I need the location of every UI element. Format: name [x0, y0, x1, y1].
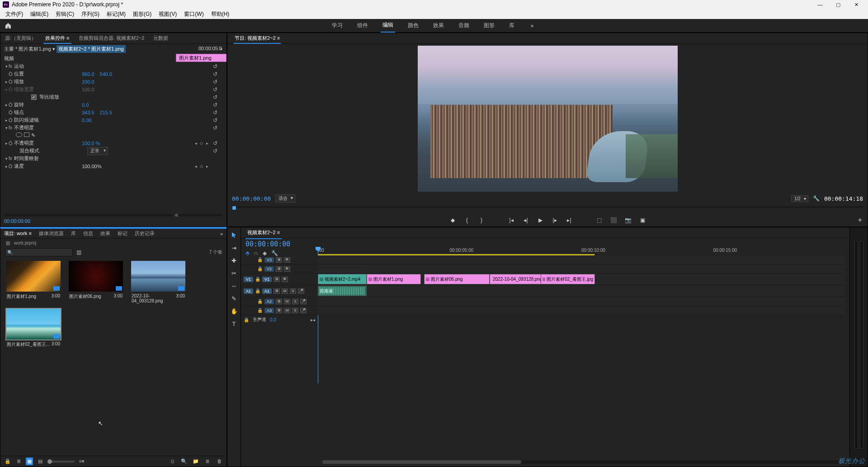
ec-position-y[interactable]: 540.0 [100, 71, 113, 77]
expand-master-icon[interactable]: ▸◂ [311, 317, 315, 322]
program-resolution-select[interactable]: 1/2 [791, 195, 808, 202]
ec-mask-shapes[interactable]: ✎ [16, 132, 35, 138]
track-lock-icon[interactable]: 🔒 [255, 288, 260, 293]
menu-sequence[interactable]: 序列(S) [78, 9, 103, 19]
sync-lock-icon[interactable]: ⊞ [274, 288, 280, 294]
mark-out-icon[interactable]: } [477, 217, 486, 223]
reset-icon[interactable]: ↺ [213, 117, 217, 123]
workspace-tab-editing[interactable]: 编辑 [381, 19, 395, 33]
source-tab-effect-controls[interactable]: 效果控件 ≡ [41, 33, 74, 43]
mute-icon[interactable]: M [284, 308, 290, 313]
workspace-tab-graphics[interactable]: 图形 [482, 19, 496, 32]
extract-icon[interactable]: ⬛ [609, 217, 618, 223]
solo-icon[interactable]: S [292, 308, 298, 313]
mute-icon[interactable]: M [282, 288, 288, 294]
track-output-icon[interactable]: 👁 [284, 257, 290, 263]
ec-footer-timecode[interactable]: 00:00:00:00 [4, 218, 30, 224]
source-a1-toggle[interactable]: A1 [244, 288, 253, 294]
ec-horizontal-scrollbar[interactable] [4, 214, 173, 217]
ec-anchor-x[interactable]: 343.5 [82, 110, 94, 115]
source-tab-noclip[interactable]: 源:（无剪辑） [0, 33, 41, 43]
project-search-input[interactable]: 🔍 [5, 248, 73, 256]
sync-lock-icon[interactable]: ⊞ [276, 308, 282, 313]
pen-mask-icon[interactable]: ✎ [31, 132, 35, 138]
media-browser-tab[interactable]: 媒体浏览器 [35, 228, 67, 239]
track-label-a3[interactable]: A3 [264, 308, 274, 313]
ec-motion-section[interactable]: 运动 [14, 63, 24, 70]
playhead-icon[interactable] [232, 206, 236, 212]
voice-over-icon[interactable]: 🎤 [298, 288, 304, 294]
chevron-right-icon[interactable]: ▸ [4, 103, 9, 107]
info-tab[interactable]: 信息 [80, 228, 97, 239]
timeline-ruler[interactable]: :00 00:00:05:00 00:00:10:00 00:00:15:00 [318, 248, 845, 256]
track-label-v1[interactable]: V1 [262, 277, 272, 282]
sync-lock-icon[interactable]: ⊞ [274, 277, 280, 282]
master-lock-icon[interactable]: 🔒 [244, 317, 249, 322]
pen-tool-icon[interactable]: ✎ [230, 294, 238, 302]
button-editor-icon[interactable]: + [858, 216, 862, 224]
home-icon[interactable] [4, 21, 13, 30]
lock-icon[interactable]: 🔒 [4, 458, 11, 464]
delete-icon[interactable]: 🗑 [216, 458, 223, 464]
menu-clip[interactable]: 剪辑(C) [52, 9, 78, 19]
program-scrub-bar[interactable] [232, 206, 863, 212]
project-thumbnail[interactable] [6, 309, 61, 340]
keyframe-nav[interactable]: ◂ ◇ ▸ [195, 164, 209, 169]
stopwatch-icon[interactable]: Ò [9, 164, 14, 169]
sync-lock-icon[interactable]: ⊞ [276, 266, 282, 272]
effects-tab[interactable]: 效果 [97, 228, 114, 239]
chevron-right-icon[interactable]: ▸ [4, 87, 9, 92]
find-icon[interactable]: 🔍 [180, 458, 188, 464]
freeform-view-icon[interactable]: ▤ [37, 458, 44, 464]
track-label-a1[interactable]: A1 [262, 288, 272, 294]
master-level-value[interactable]: 0.0 [270, 317, 276, 322]
project-thumbnail[interactable] [131, 261, 185, 292]
project-thumbnail[interactable] [6, 261, 61, 292]
ec-antiflicker-value[interactable]: 0.00 [82, 118, 91, 123]
timeline-clip[interactable]: 2022-10-04_093128.png [490, 274, 542, 284]
stopwatch-icon[interactable]: Ò [9, 141, 14, 146]
go-to-out-icon[interactable]: ▸| [565, 217, 573, 223]
lift-icon[interactable]: ⬚ [595, 217, 603, 223]
ec-speed-value[interactable]: 100.00% [82, 164, 101, 169]
track-lock-icon[interactable]: 🔒 [255, 277, 260, 282]
workspace-tab-library[interactable]: 库 [507, 19, 516, 32]
settings-icon[interactable]: 🔧 [813, 195, 820, 202]
track-label-a2[interactable]: A2 [264, 299, 274, 304]
selection-tool-icon[interactable] [230, 231, 238, 239]
track-lock-icon[interactable]: 🔒 [257, 257, 263, 262]
step-back-icon[interactable]: ◂| [522, 217, 530, 223]
add-marker-icon[interactable]: ◆ [448, 217, 457, 223]
ec-position-x[interactable]: 960.0 [82, 71, 94, 77]
sort-icon[interactable]: ≡▾ [78, 458, 85, 464]
markers-tab[interactable]: 标记 [114, 228, 131, 239]
rect-mask-icon[interactable] [24, 132, 29, 137]
sync-lock-icon[interactable]: ⊞ [276, 299, 282, 304]
window-minimize[interactable]: — [811, 0, 829, 9]
track-lock-icon[interactable]: 🔒 [257, 308, 263, 313]
reset-icon[interactable]: ↺ [213, 63, 217, 70]
program-video-preview[interactable] [418, 46, 678, 192]
ec-opacity-section[interactable]: 不透明度 [14, 124, 34, 131]
reset-icon[interactable]: ↺ [213, 71, 217, 77]
solo-icon[interactable]: S [292, 299, 298, 304]
new-bin-icon[interactable]: 📁 [192, 458, 199, 464]
razor-tool-icon[interactable]: ✂ [230, 269, 238, 277]
ripple-edit-tool-icon[interactable]: ✚ [230, 256, 238, 264]
auto-match-seq-icon[interactable]: ⎙ [169, 458, 176, 464]
ec-mini-scrollbar[interactable] [178, 214, 223, 217]
filter-bin-icon[interactable]: ▥ [76, 249, 81, 255]
list-view-icon[interactable]: ≣ [15, 458, 22, 464]
play-icon[interactable]: ▶ [536, 217, 544, 223]
chevron-down-icon[interactable]: ▾ [4, 64, 9, 69]
chevron-right-icon[interactable]: ▸ [4, 141, 9, 146]
type-tool-icon[interactable]: T [230, 320, 238, 328]
timeline-clip-area[interactable]: 视频素材2~2.mp4图片素材1.png图片素材06.png2022-10-04… [318, 255, 845, 315]
track-select-tool-icon[interactable]: ⇥ [230, 244, 238, 252]
track-lock-icon[interactable]: 🔒 [257, 266, 263, 271]
workspace-tab-learn[interactable]: 学习 [330, 19, 344, 32]
chevron-down-icon[interactable]: ▾ [4, 126, 9, 130]
program-title[interactable]: 节目: 视频素材2~2 ≡ [232, 33, 283, 43]
timeline-clip[interactable]: 视频素材2~2.mp4 [318, 274, 367, 284]
stopwatch-icon[interactable]: Ò [9, 110, 14, 115]
